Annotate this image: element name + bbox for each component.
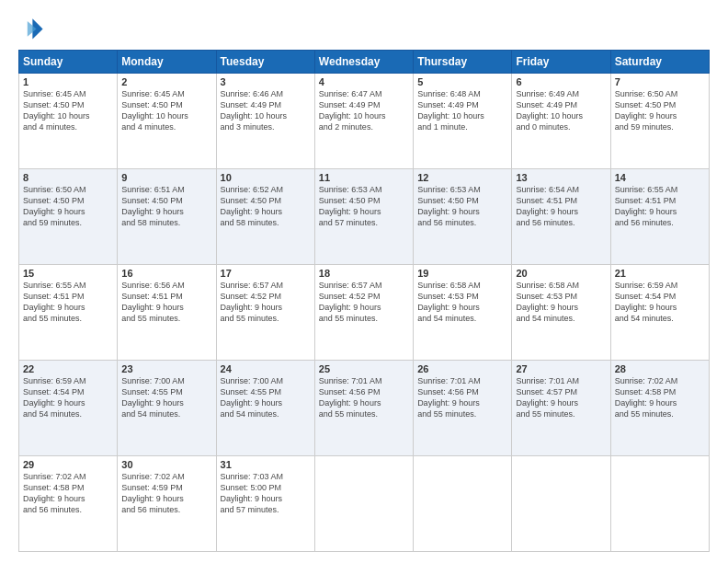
calendar-cell: 13Sunrise: 6:54 AM Sunset: 4:51 PM Dayli… — [512, 169, 610, 265]
day-info: Sunrise: 6:47 AM Sunset: 4:49 PM Dayligh… — [319, 88, 409, 133]
day-info: Sunrise: 7:00 AM Sunset: 4:55 PM Dayligh… — [221, 375, 311, 420]
day-info: Sunrise: 6:57 AM Sunset: 4:52 PM Dayligh… — [319, 280, 409, 325]
day-number: 28 — [615, 363, 705, 374]
week-row-2: 8Sunrise: 6:50 AM Sunset: 4:50 PM Daylig… — [19, 169, 710, 265]
day-number: 25 — [319, 363, 409, 374]
calendar-cell — [314, 456, 413, 552]
day-info: Sunrise: 6:46 AM Sunset: 4:49 PM Dayligh… — [221, 88, 311, 133]
day-number: 17 — [221, 268, 311, 279]
calendar-cell: 29Sunrise: 7:02 AM Sunset: 4:58 PM Dayli… — [19, 456, 118, 552]
day-number: 1 — [23, 76, 113, 87]
calendar-cell — [414, 456, 512, 552]
day-info: Sunrise: 6:45 AM Sunset: 4:50 PM Dayligh… — [121, 88, 211, 133]
week-row-1: 1Sunrise: 6:45 AM Sunset: 4:50 PM Daylig… — [19, 74, 710, 169]
calendar-cell: 21Sunrise: 6:59 AM Sunset: 4:54 PM Dayli… — [610, 265, 709, 361]
day-info: Sunrise: 6:54 AM Sunset: 4:51 PM Dayligh… — [516, 184, 606, 229]
day-number: 9 — [121, 172, 211, 183]
logo — [18, 15, 48, 40]
day-info: Sunrise: 6:56 AM Sunset: 4:51 PM Dayligh… — [121, 280, 211, 325]
day-number: 6 — [516, 76, 606, 87]
week-row-4: 22Sunrise: 6:59 AM Sunset: 4:54 PM Dayli… — [19, 361, 710, 456]
calendar-cell: 24Sunrise: 7:00 AM Sunset: 4:55 PM Dayli… — [216, 361, 314, 456]
calendar-cell: 8Sunrise: 6:50 AM Sunset: 4:50 PM Daylig… — [19, 169, 118, 265]
calendar-cell: 15Sunrise: 6:55 AM Sunset: 4:51 PM Dayli… — [19, 265, 118, 361]
day-header-thursday: Thursday — [414, 51, 512, 74]
calendar-cell: 4Sunrise: 6:47 AM Sunset: 4:49 PM Daylig… — [314, 74, 413, 169]
day-info: Sunrise: 7:02 AM Sunset: 4:58 PM Dayligh… — [615, 375, 705, 420]
day-info: Sunrise: 6:55 AM Sunset: 4:51 PM Dayligh… — [23, 280, 113, 325]
day-info: Sunrise: 7:01 AM Sunset: 4:56 PM Dayligh… — [319, 375, 409, 420]
day-number: 8 — [23, 172, 113, 183]
calendar-cell: 26Sunrise: 7:01 AM Sunset: 4:56 PM Dayli… — [414, 361, 512, 456]
calendar-cell: 23Sunrise: 7:00 AM Sunset: 4:55 PM Dayli… — [118, 361, 216, 456]
day-number: 27 — [516, 363, 606, 374]
day-number: 2 — [121, 76, 211, 87]
day-number: 4 — [319, 76, 409, 87]
calendar-cell: 14Sunrise: 6:55 AM Sunset: 4:51 PM Dayli… — [610, 169, 709, 265]
calendar-table: SundayMondayTuesdayWednesdayThursdayFrid… — [18, 50, 710, 552]
day-info: Sunrise: 7:01 AM Sunset: 4:57 PM Dayligh… — [516, 375, 606, 420]
day-number: 16 — [121, 268, 211, 279]
calendar-cell: 16Sunrise: 6:56 AM Sunset: 4:51 PM Dayli… — [118, 265, 216, 361]
day-number: 12 — [417, 172, 507, 183]
day-header-wednesday: Wednesday — [314, 51, 413, 74]
day-info: Sunrise: 6:50 AM Sunset: 4:50 PM Dayligh… — [23, 184, 113, 229]
day-info: Sunrise: 6:51 AM Sunset: 4:50 PM Dayligh… — [121, 184, 211, 229]
day-info: Sunrise: 6:48 AM Sunset: 4:49 PM Dayligh… — [417, 88, 507, 133]
calendar-cell: 17Sunrise: 6:57 AM Sunset: 4:52 PM Dayli… — [216, 265, 314, 361]
day-number: 15 — [23, 268, 113, 279]
day-header-saturday: Saturday — [610, 51, 709, 74]
calendar-cell: 2Sunrise: 6:45 AM Sunset: 4:50 PM Daylig… — [118, 74, 216, 169]
calendar-cell: 27Sunrise: 7:01 AM Sunset: 4:57 PM Dayli… — [512, 361, 610, 456]
day-number: 31 — [221, 459, 311, 470]
day-number: 11 — [319, 172, 409, 183]
day-info: Sunrise: 6:58 AM Sunset: 4:53 PM Dayligh… — [516, 280, 606, 325]
day-number: 21 — [615, 268, 705, 279]
day-info: Sunrise: 6:49 AM Sunset: 4:49 PM Dayligh… — [516, 88, 606, 133]
calendar-cell — [610, 456, 709, 552]
day-info: Sunrise: 6:59 AM Sunset: 4:54 PM Dayligh… — [615, 280, 705, 325]
calendar-cell: 9Sunrise: 6:51 AM Sunset: 4:50 PM Daylig… — [118, 169, 216, 265]
calendar-cell: 10Sunrise: 6:52 AM Sunset: 4:50 PM Dayli… — [216, 169, 314, 265]
day-info: Sunrise: 6:52 AM Sunset: 4:50 PM Dayligh… — [221, 184, 311, 229]
day-header-tuesday: Tuesday — [216, 51, 314, 74]
day-number: 10 — [221, 172, 311, 183]
day-number: 13 — [516, 172, 606, 183]
day-number: 26 — [417, 363, 507, 374]
day-info: Sunrise: 7:01 AM Sunset: 4:56 PM Dayligh… — [417, 375, 507, 420]
day-number: 3 — [221, 76, 311, 87]
day-number: 19 — [417, 268, 507, 279]
calendar-cell: 31Sunrise: 7:03 AM Sunset: 5:00 PM Dayli… — [216, 456, 314, 552]
calendar-cell: 28Sunrise: 7:02 AM Sunset: 4:58 PM Dayli… — [610, 361, 709, 456]
day-info: Sunrise: 6:45 AM Sunset: 4:50 PM Dayligh… — [23, 88, 113, 133]
day-number: 14 — [615, 172, 705, 183]
week-row-3: 15Sunrise: 6:55 AM Sunset: 4:51 PM Dayli… — [19, 265, 710, 361]
calendar-cell: 7Sunrise: 6:50 AM Sunset: 4:50 PM Daylig… — [610, 74, 709, 169]
day-info: Sunrise: 7:00 AM Sunset: 4:55 PM Dayligh… — [121, 375, 211, 420]
day-number: 20 — [516, 268, 606, 279]
calendar-cell: 12Sunrise: 6:53 AM Sunset: 4:50 PM Dayli… — [414, 169, 512, 265]
logo-icon — [18, 15, 44, 40]
day-info: Sunrise: 7:03 AM Sunset: 5:00 PM Dayligh… — [221, 471, 311, 516]
day-info: Sunrise: 7:02 AM Sunset: 4:58 PM Dayligh… — [23, 471, 113, 516]
day-info: Sunrise: 6:57 AM Sunset: 4:52 PM Dayligh… — [221, 280, 311, 325]
day-number: 30 — [121, 459, 211, 470]
day-number: 5 — [417, 76, 507, 87]
day-header-friday: Friday — [512, 51, 610, 74]
calendar-cell: 5Sunrise: 6:48 AM Sunset: 4:49 PM Daylig… — [414, 74, 512, 169]
calendar-cell: 6Sunrise: 6:49 AM Sunset: 4:49 PM Daylig… — [512, 74, 610, 169]
day-info: Sunrise: 6:53 AM Sunset: 4:50 PM Dayligh… — [417, 184, 507, 229]
day-header-monday: Monday — [118, 51, 216, 74]
day-number: 23 — [121, 363, 211, 374]
calendar-cell: 25Sunrise: 7:01 AM Sunset: 4:56 PM Dayli… — [314, 361, 413, 456]
day-number: 7 — [615, 76, 705, 87]
week-row-5: 29Sunrise: 7:02 AM Sunset: 4:58 PM Dayli… — [19, 456, 710, 552]
calendar-cell: 22Sunrise: 6:59 AM Sunset: 4:54 PM Dayli… — [19, 361, 118, 456]
day-number: 24 — [221, 363, 311, 374]
calendar-cell: 18Sunrise: 6:57 AM Sunset: 4:52 PM Dayli… — [314, 265, 413, 361]
day-info: Sunrise: 6:58 AM Sunset: 4:53 PM Dayligh… — [417, 280, 507, 325]
calendar-cell: 11Sunrise: 6:53 AM Sunset: 4:50 PM Dayli… — [314, 169, 413, 265]
day-info: Sunrise: 7:02 AM Sunset: 4:59 PM Dayligh… — [121, 471, 211, 516]
day-info: Sunrise: 6:50 AM Sunset: 4:50 PM Dayligh… — [615, 88, 705, 133]
day-header-sunday: Sunday — [19, 51, 118, 74]
